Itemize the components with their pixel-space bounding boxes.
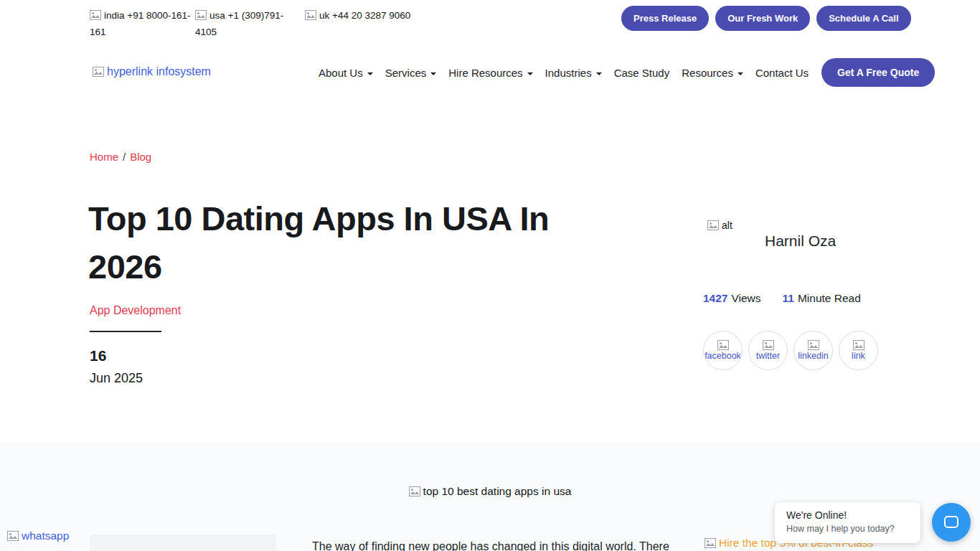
chevron-down-icon — [738, 72, 743, 75]
nav-label: Hire Resources — [448, 67, 522, 79]
chevron-down-icon — [527, 72, 533, 75]
views-count: 1427 — [703, 292, 727, 304]
read-time-count: 11 — [783, 292, 794, 304]
press-release-button[interactable]: Press Release — [621, 6, 709, 31]
views-stat: 1427Views — [703, 292, 761, 305]
avatar-alt-text: alt — [722, 220, 732, 231]
facebook-share-button[interactable]: facebook — [703, 331, 743, 370]
linkedin-share-button[interactable]: linkedin — [793, 331, 833, 370]
main-nav: About Us Services Hire Resources Industr… — [319, 57, 935, 88]
link-icon — [853, 340, 864, 350]
uk-flag-icon — [305, 10, 316, 20]
nav-item-industries[interactable]: Industries — [545, 67, 602, 79]
chevron-down-icon — [430, 72, 436, 75]
link-alt-text: link — [852, 351, 865, 361]
read-time-label: Minute Read — [798, 292, 861, 304]
facebook-icon — [717, 340, 729, 350]
nav-label: Services — [385, 67, 427, 79]
avatar-broken-image-icon — [707, 220, 719, 230]
india-flag-alt: india — [104, 10, 125, 21]
chat-status-tooltip: We're Online! How may I help you today? — [775, 502, 920, 543]
breadcrumb-separator: / — [123, 151, 126, 163]
table-of-contents-box — [90, 534, 276, 551]
logo-alt-text: hyperlink infosystem — [107, 65, 211, 77]
nav-item-about-us[interactable]: About Us — [319, 67, 373, 79]
chevron-down-icon — [596, 72, 602, 75]
get-free-quote-button[interactable]: Get A Free Quote — [821, 58, 935, 87]
schedule-a-call-button[interactable]: Schedule A Call — [816, 6, 910, 31]
linkedin-icon — [808, 340, 819, 350]
chat-greeting: How may I help you today? — [786, 524, 909, 534]
copy-link-share-button[interactable]: link — [839, 331, 878, 370]
nav-item-hire-resources[interactable]: Hire Resources — [448, 67, 532, 79]
nav-label: Industries — [545, 67, 592, 79]
phone-uk[interactable]: uk +44 20 3287 9060 — [305, 7, 456, 24]
our-fresh-work-button[interactable]: Our Fresh Work — [715, 6, 810, 31]
live-chat-button[interactable] — [932, 503, 971, 542]
topbar-buttons: Press Release Our Fresh Work Schedule A … — [621, 6, 911, 31]
twitter-icon — [763, 340, 774, 350]
uk-flag-alt: uk — [319, 10, 329, 21]
publish-date-month-year: Jun 2025 — [90, 371, 143, 386]
linkedin-alt-text: linkedin — [798, 351, 828, 361]
nav-label: Case Study — [614, 67, 670, 79]
author-avatar: alt — [707, 220, 732, 231]
share-buttons: facebook twitter linkedin link — [703, 331, 878, 370]
whatsapp-chat-link[interactable]: whatsapp — [7, 529, 69, 542]
phone-number-usa: +1 (309)791-4105 — [195, 10, 283, 37]
chat-online-status: We're Online! — [786, 509, 909, 521]
nav-label: Contact Us — [755, 67, 809, 79]
breadcrumb-home-link[interactable]: Home — [90, 151, 118, 163]
hero-image: top 10 best dating apps in usa — [0, 485, 980, 498]
nav-label: Resources — [682, 67, 733, 79]
article-intro-paragraph: The way of finding new people has change… — [312, 537, 671, 551]
author-name: Harnil Oza — [765, 232, 836, 250]
nav-item-services[interactable]: Services — [385, 67, 437, 79]
nav-item-resources[interactable]: Resources — [682, 67, 743, 79]
nav-label: About Us — [319, 67, 363, 79]
usa-flag-icon — [195, 10, 207, 20]
twitter-alt-text: twitter — [756, 351, 780, 361]
article-stats: 1427Views 11Minute Read — [703, 292, 861, 305]
whatsapp-alt-text: whatsapp — [22, 529, 69, 542]
page-title: Top 10 Dating Apps In USA In 2026 — [88, 195, 590, 291]
views-label: Views — [731, 292, 760, 304]
phone-usa[interactable]: usa +1 (309)791-4105 — [195, 7, 290, 40]
usa-flag-alt: usa — [209, 10, 225, 21]
site-logo[interactable]: hyperlink infosystem — [93, 65, 211, 78]
breadcrumb-blog-link[interactable]: Blog — [130, 151, 151, 163]
publish-date-day: 16 — [90, 347, 106, 364]
hero-image-alt-text: top 10 best dating apps in usa — [423, 485, 572, 497]
breadcrumb: Home/Blog — [90, 151, 151, 163]
facebook-alt-text: facebook — [705, 351, 741, 361]
title-divider — [90, 331, 161, 332]
nav-item-contact-us[interactable]: Contact Us — [755, 67, 809, 79]
hero-broken-image-icon — [409, 486, 420, 496]
promo-broken-image-icon — [705, 538, 716, 548]
chat-bubble-icon — [943, 514, 960, 531]
phone-india[interactable]: india +91 8000-161-161 — [90, 7, 197, 40]
read-time-stat: 11Minute Read — [783, 292, 861, 305]
blog-page: india +91 8000-161-161 usa +1 (309)791-4… — [0, 0, 980, 551]
category-link[interactable]: App Development — [90, 304, 181, 317]
phone-number-uk: +44 20 3287 9060 — [332, 10, 410, 21]
chevron-down-icon — [367, 72, 373, 75]
whatsapp-icon — [7, 531, 19, 541]
india-flag-icon — [90, 10, 101, 20]
logo-broken-image-icon — [93, 67, 104, 77]
twitter-share-button[interactable]: twitter — [748, 331, 788, 370]
nav-item-case-study[interactable]: Case Study — [614, 67, 670, 79]
